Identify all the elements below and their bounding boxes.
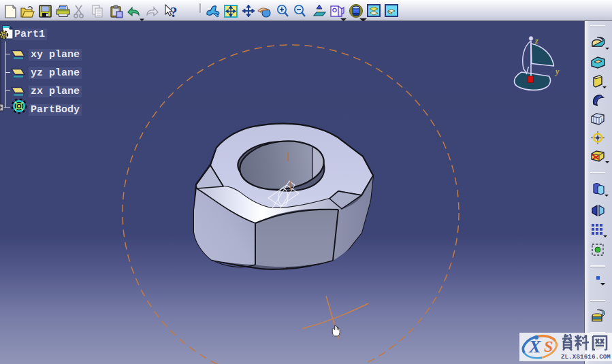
svg-text:y: y bbox=[554, 67, 560, 76]
svg-text:X: X bbox=[528, 337, 541, 357]
svg-text:?: ? bbox=[170, 4, 178, 20]
svg-text:z: z bbox=[534, 36, 538, 46]
svg-text:S: S bbox=[544, 337, 553, 355]
svg-text:ZL.XS1616.COM: ZL.XS1616.COM bbox=[561, 353, 611, 361]
